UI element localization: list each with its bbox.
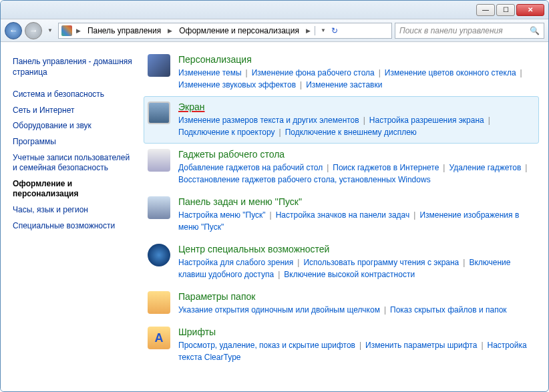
display-icon (148, 102, 170, 124)
task-link[interactable]: Удаление гаджетов (449, 163, 521, 172)
maximize-button[interactable]: ☐ (496, 4, 515, 16)
link-separator: | (279, 128, 281, 137)
category-title[interactable]: Персонализация (178, 54, 535, 65)
link-separator: | (359, 341, 361, 350)
task-link[interactable]: Изменить параметры шрифта (365, 341, 477, 350)
category-links: Добавление гаджетов на рабочий стол|Поис… (178, 162, 535, 186)
chevron-right-icon[interactable]: ▶ (166, 27, 174, 34)
back-button[interactable]: ← (5, 22, 22, 39)
link-separator: | (246, 68, 248, 77)
category-links: Указание открытия одиночным или двойным … (178, 304, 535, 316)
category-title[interactable]: Шрифты (178, 327, 535, 337)
link-separator: | (525, 163, 527, 172)
task-link[interactable]: Настройка разрешения экрана (369, 116, 484, 125)
breadcrumb[interactable]: Панель управления (85, 25, 164, 37)
category-title[interactable]: Центр специальных возможностей (178, 244, 535, 254)
minimize-button[interactable]: — (476, 4, 495, 16)
category-gadgets: Гаджеты рабочего столаДобавление гаджето… (144, 144, 539, 191)
link-separator: | (413, 210, 415, 220)
sidebar: Панель управления - домашняя страница Си… (1, 42, 141, 391)
sidebar-item[interactable]: Оборудование и звук (13, 118, 136, 134)
category-ease: Центр специальных возможностейНастройка … (144, 238, 539, 286)
link-separator: | (463, 258, 465, 267)
task-link[interactable]: Изменение фона рабочего стола (252, 68, 375, 77)
task-link[interactable]: Подключение к внешнему дисплею (285, 128, 417, 137)
search-placeholder: Поиск в панели управления (399, 26, 503, 35)
close-button[interactable]: ✕ (516, 4, 544, 16)
sidebar-item[interactable]: Система и безопасность (13, 87, 136, 103)
link-separator: | (327, 163, 329, 172)
category-links: Изменение размеров текста и других элеме… (178, 114, 535, 138)
category-links: Изменение темы|Изменение фона рабочего с… (178, 67, 535, 91)
ease-icon (148, 244, 170, 266)
fonts-icon: A (148, 327, 170, 349)
folders-icon (148, 291, 170, 314)
link-separator: | (384, 305, 386, 315)
content-pane: ПерсонализацияИзменение темы|Изменение ф… (141, 42, 548, 391)
category-title[interactable]: Гаджеты рабочего стола (178, 149, 535, 160)
address-bar[interactable]: ▶ Панель управления ▶ Оформление и персо… (58, 23, 392, 39)
link-separator: | (278, 270, 280, 279)
category-links: Настройка для слабого зрения|Использоват… (178, 256, 535, 280)
task-link[interactable]: Изменение размеров текста и других элеме… (178, 116, 359, 125)
link-separator: | (270, 210, 272, 220)
taskbar-icon (148, 196, 170, 219)
search-icon[interactable]: 🔍 (530, 26, 540, 35)
link-separator: | (488, 116, 490, 125)
refresh-icon[interactable]: ↻ (331, 26, 338, 35)
chevron-right-icon[interactable]: ▶ (75, 27, 82, 34)
task-link[interactable]: Показ скрытых файлов и папок (390, 305, 507, 315)
link-separator: | (363, 116, 365, 125)
link-separator: | (443, 163, 445, 172)
category-title[interactable]: Параметры папок (178, 291, 535, 302)
sidebar-item[interactable]: Специальные возможности (13, 218, 136, 234)
link-separator: | (297, 258, 299, 267)
link-separator: | (300, 80, 302, 89)
sidebar-item[interactable]: Часы, язык и регион (13, 202, 136, 218)
task-link[interactable]: Включение высокой контрастности (284, 270, 415, 279)
task-link[interactable]: Настройка для слабого зрения (178, 258, 293, 267)
category-taskbar: Панель задач и меню ''Пуск''Настройка ме… (144, 191, 539, 238)
category-fonts: AШрифтыПросмотр, удаление, показ и скрыт… (144, 321, 539, 369)
task-link[interactable]: Восстановление гаджетов рабочего стола, … (178, 175, 431, 184)
breadcrumb[interactable]: Оформление и персонализация (176, 25, 302, 37)
task-link[interactable]: Поиск гаджетов в Интернете (333, 163, 439, 172)
category-links: Просмотр, удаление, показ и скрытие шриф… (178, 339, 535, 363)
category-personalization: ПерсонализацияИзменение темы|Изменение ф… (144, 49, 539, 96)
gadgets-icon (148, 149, 170, 172)
sidebar-item[interactable]: Программы (13, 134, 136, 150)
task-link[interactable]: Подключение к проектору (178, 128, 275, 137)
chevron-right-icon[interactable]: ▶ (305, 27, 312, 34)
link-separator: | (481, 341, 483, 350)
sidebar-item[interactable]: Учетные записи пользователей и семейная … (13, 150, 136, 176)
category-title[interactable]: Экран (178, 102, 535, 112)
personalization-icon (148, 54, 170, 77)
task-link[interactable]: Указание открытия одиночным или двойным … (178, 305, 380, 315)
task-link[interactable]: Использовать программу чтения с экрана (303, 258, 459, 267)
task-link[interactable]: Настройка значков на панели задач (276, 210, 410, 220)
task-link[interactable]: Настройка меню "Пуск" (178, 210, 266, 220)
link-separator: | (379, 68, 381, 77)
link-separator: | (520, 68, 522, 77)
category-title[interactable]: Панель задач и меню ''Пуск'' (178, 196, 535, 207)
search-input[interactable]: Поиск в панели управления 🔍 (395, 23, 544, 39)
window-titlebar: — ☐ ✕ (1, 1, 548, 19)
task-link[interactable]: Добавление гаджетов на рабочий стол (178, 163, 323, 172)
category-links: Настройка меню "Пуск"|Настройка значков … (178, 209, 535, 233)
control-panel-icon (61, 25, 72, 36)
category-display: ЭкранИзменение размеров текста и других … (144, 96, 539, 144)
sidebar-item[interactable]: Сеть и Интернет (13, 103, 136, 119)
navigation-bar: ← → ▼ ▶ Панель управления ▶ Оформление и… (1, 19, 548, 42)
task-link[interactable]: Изменение заставки (306, 80, 382, 89)
category-folders: Параметры папокУказание открытия одиночн… (144, 286, 539, 321)
task-link[interactable]: Изменение цветов оконного стекла (385, 68, 516, 77)
forward-button[interactable]: → (25, 22, 42, 39)
task-link[interactable]: Изменение темы (178, 68, 242, 77)
task-link[interactable]: Изменение звуковых эффектов (178, 80, 296, 89)
address-dropdown-icon[interactable]: ▼ (318, 27, 329, 33)
history-dropdown-icon[interactable]: ▼ (45, 27, 55, 33)
sidebar-home-link[interactable]: Панель управления - домашняя страница (13, 54, 136, 80)
task-link[interactable]: Просмотр, удаление, показ и скрытие шриф… (178, 341, 355, 350)
sidebar-item[interactable]: Оформление и персонализация (13, 176, 136, 202)
